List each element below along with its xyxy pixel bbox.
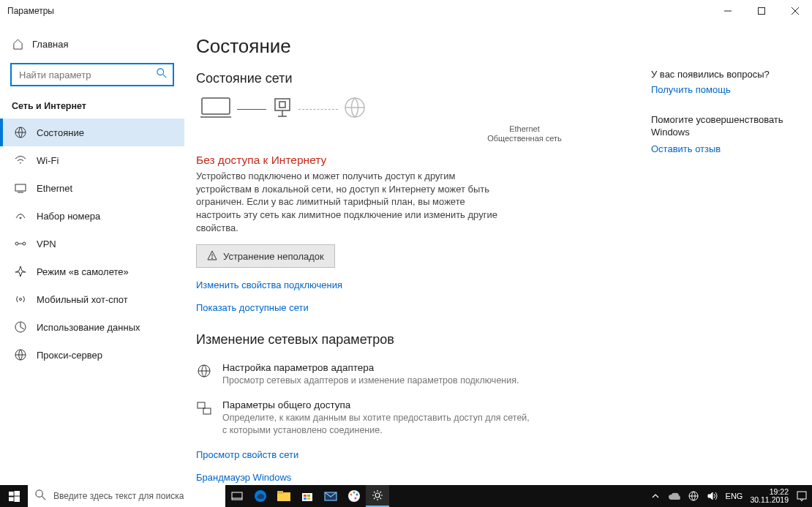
taskbar-app-paint[interactable] xyxy=(342,485,366,507)
page-title: Состояние xyxy=(196,35,790,58)
option-desc: Определите, к каким данным вы хотите пре… xyxy=(222,412,533,436)
troubleshoot-button[interactable]: Устранение неполадок xyxy=(196,244,335,268)
sidebar-item-hotspot[interactable]: Мобильный хот-спот xyxy=(0,285,184,313)
svg-rect-19 xyxy=(279,102,285,108)
adapter-options[interactable]: Настройка параметров адаптера Просмотр с… xyxy=(196,362,533,386)
get-help-link[interactable]: Получить помощь xyxy=(651,84,797,95)
svg-point-11 xyxy=(23,242,26,245)
close-button[interactable] xyxy=(778,0,812,22)
home-icon xyxy=(12,39,23,50)
taskbar-app-explorer[interactable] xyxy=(272,485,296,507)
svg-line-5 xyxy=(163,75,166,78)
svg-rect-52 xyxy=(797,492,806,499)
adapter-icon xyxy=(196,362,212,386)
tray-language[interactable]: ENG xyxy=(726,492,743,500)
dashed-connection xyxy=(298,109,338,110)
titlebar: Параметры xyxy=(0,0,812,22)
home-link[interactable]: Главная xyxy=(0,31,184,57)
sidebar-item-status[interactable]: Состояние xyxy=(0,119,184,146)
sharing-options[interactable]: Параметры общего доступа Определите, к к… xyxy=(196,399,533,436)
tray-chevron-up-icon[interactable] xyxy=(650,490,661,502)
option-desc: Просмотр сетевых адаптеров и изменение п… xyxy=(222,375,519,386)
window-title: Параметры xyxy=(7,6,54,16)
svg-point-50 xyxy=(375,493,380,497)
svg-rect-43 xyxy=(307,497,310,500)
tray-volume-icon[interactable] xyxy=(707,490,718,502)
nav-label: Wi-Fi xyxy=(37,155,59,166)
firewall-link[interactable]: Брандмауэр Windows xyxy=(196,472,790,483)
tray-clock[interactable]: 19:22 30.11.2019 xyxy=(750,488,789,504)
help-panel: У вас появились вопросы? Получить помощь… xyxy=(651,69,797,173)
network-props-link[interactable]: Просмотр свойств сети xyxy=(196,449,790,460)
nav-label: Прокси-сервер xyxy=(37,350,102,361)
sidebar-item-dialup[interactable]: Набор номера xyxy=(0,202,184,230)
sidebar-item-airplane[interactable]: Режим «в самолете» xyxy=(0,258,184,285)
content: Состояние Состояние сети Ethernet Общест… xyxy=(184,22,812,485)
svg-point-32 xyxy=(36,490,42,497)
airplane-icon xyxy=(15,266,26,277)
svg-rect-38 xyxy=(277,491,283,494)
taskbar-app-mail[interactable] xyxy=(319,485,342,507)
sidebar-item-datausage[interactable]: Использование данных xyxy=(0,313,184,341)
show-networks-link[interactable]: Показать доступные сети xyxy=(196,302,790,313)
svg-rect-1 xyxy=(759,8,765,15)
nav-label: Мобильный хот-спот xyxy=(37,294,128,305)
svg-rect-41 xyxy=(307,495,310,497)
ethernet-icon xyxy=(15,184,26,193)
option-title: Настройка параметров адаптера xyxy=(222,362,519,373)
change-settings-heading: Изменение сетевых параметров xyxy=(196,332,790,348)
wifi-icon xyxy=(15,155,26,165)
sidebar: Главная Сеть и Интернет Состояние Wi-Fi … xyxy=(0,22,184,485)
sidebar-item-wifi[interactable]: Wi-Fi xyxy=(0,146,184,174)
taskbar-app-edge[interactable] xyxy=(249,485,272,507)
questions-label: У вас появились вопросы? xyxy=(651,69,797,80)
start-button[interactable] xyxy=(0,485,28,507)
troubleshoot-label: Устранение неполадок xyxy=(223,251,324,262)
taskbar: Введите здесь текст для поиска ENG 19:22… xyxy=(0,485,812,507)
solid-connection xyxy=(237,109,266,110)
change-properties-link[interactable]: Изменить свойства подключения xyxy=(196,279,790,290)
sharing-icon xyxy=(196,399,212,436)
section-title: Сеть и Интернет xyxy=(0,97,184,119)
sidebar-item-vpn[interactable]: VPN xyxy=(0,230,184,258)
ethernet-adapter-icon xyxy=(272,97,293,121)
error-desc: Устройство подключено и может получить д… xyxy=(196,170,511,234)
svg-rect-42 xyxy=(304,497,307,500)
search-input[interactable] xyxy=(10,63,174,86)
taskbar-search[interactable]: Введите здесь текст для поиска xyxy=(28,485,225,507)
sidebar-item-proxy[interactable]: Прокси-сервер xyxy=(0,341,184,369)
pc-icon xyxy=(200,97,231,121)
minimize-button[interactable] xyxy=(711,0,745,22)
svg-rect-40 xyxy=(304,495,307,497)
task-view-button[interactable] xyxy=(225,485,249,507)
svg-point-46 xyxy=(350,494,353,496)
svg-rect-18 xyxy=(275,99,290,110)
nav-label: Ethernet xyxy=(37,183,72,194)
tray-onedrive-icon[interactable] xyxy=(669,490,680,502)
option-title: Параметры общего доступа xyxy=(222,399,533,410)
svg-rect-29 xyxy=(14,491,20,496)
globe-icon xyxy=(344,97,366,121)
nav-label: Состояние xyxy=(37,127,84,138)
tray-network-icon[interactable] xyxy=(688,490,699,502)
maximize-button[interactable] xyxy=(745,0,778,22)
svg-rect-30 xyxy=(9,497,14,501)
taskbar-search-placeholder: Введите здесь текст для поиска xyxy=(53,491,184,501)
taskbar-app-settings[interactable] xyxy=(366,485,389,507)
search-icon xyxy=(157,68,167,81)
svg-rect-27 xyxy=(203,408,211,414)
nav-label: VPN xyxy=(37,239,56,249)
nav-label: Использование данных xyxy=(37,322,140,333)
svg-rect-16 xyxy=(202,98,230,114)
vpn-icon xyxy=(15,239,26,248)
feedback-link[interactable]: Оставить отзыв xyxy=(651,143,797,154)
svg-point-13 xyxy=(20,298,22,301)
tray-date: 30.11.2019 xyxy=(750,496,789,504)
svg-rect-28 xyxy=(9,491,14,495)
sidebar-item-ethernet[interactable]: Ethernet xyxy=(0,174,184,202)
search-field[interactable] xyxy=(18,69,157,81)
hotspot-icon xyxy=(15,294,26,304)
tray-notifications-icon[interactable] xyxy=(796,490,808,502)
taskbar-app-store[interactable] xyxy=(296,485,319,507)
svg-rect-7 xyxy=(15,184,26,191)
